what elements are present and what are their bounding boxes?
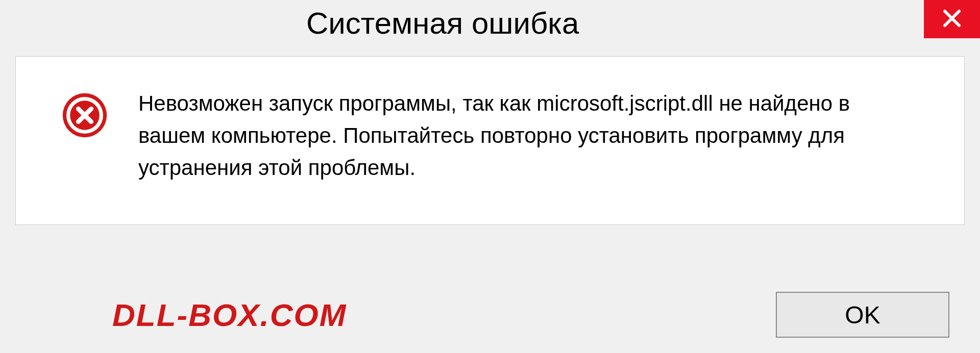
- ok-button-label: OK: [845, 301, 880, 329]
- footer: DLL-BOX.COM OK: [0, 292, 980, 338]
- error-dialog: Системная ошибка Невозможен запуск прогр…: [0, 0, 980, 353]
- ok-button[interactable]: OK: [776, 292, 949, 338]
- error-message: Невозможен запуск программы, так как mic…: [138, 87, 939, 184]
- content-panel: Невозможен запуск программы, так как mic…: [15, 56, 965, 225]
- close-button[interactable]: [924, 0, 980, 38]
- close-icon: [942, 8, 962, 31]
- dialog-title: Системная ошибка: [306, 6, 579, 41]
- error-icon: [62, 92, 108, 138]
- watermark-text: DLL-BOX.COM: [112, 297, 347, 333]
- titlebar: Системная ошибка: [0, 0, 980, 46]
